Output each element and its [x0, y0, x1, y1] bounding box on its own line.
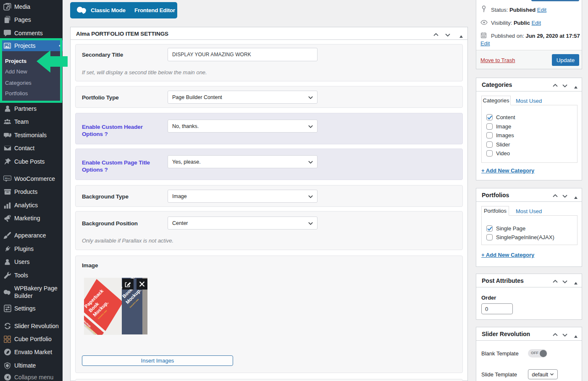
svg-text:Woo: Woo: [5, 177, 10, 180]
